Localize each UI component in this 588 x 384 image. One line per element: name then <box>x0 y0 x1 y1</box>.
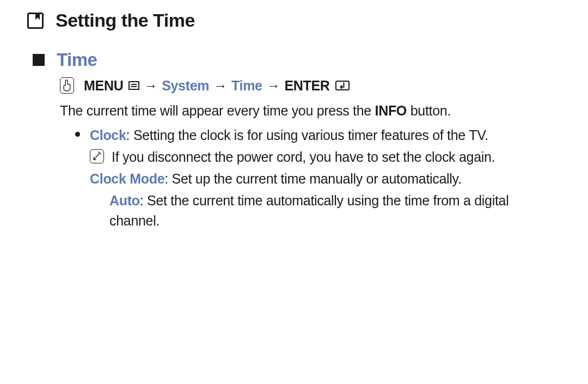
clock-auto-line: Auto: Set the current time automatically… <box>109 191 561 230</box>
clock-line: Clock: Setting the clock is for using va… <box>90 125 561 145</box>
arrow-icon: → <box>144 76 157 95</box>
section-heading: Time <box>57 50 97 70</box>
intro-pre: The current time will appear every time … <box>60 103 375 118</box>
note-icon <box>90 149 104 163</box>
intro-text: The current time will appear every time … <box>60 101 561 120</box>
page: Setting the Time Time MENU → System → Ti… <box>0 0 588 230</box>
page-heading: Setting the Time <box>56 10 195 31</box>
clock-item: Clock: Setting the clock is for using va… <box>75 125 561 230</box>
enter-icon <box>335 81 350 90</box>
page-heading-row: Setting the Time <box>27 10 561 31</box>
remote-icon <box>60 77 74 94</box>
intro-post: button. <box>407 103 451 118</box>
menu-icon <box>128 81 139 90</box>
section-heading-row: Time <box>33 50 561 70</box>
clock-mode-line: Clock Mode: Set up the current time manu… <box>90 169 561 188</box>
clock-desc: : Setting the clock is for using various… <box>126 127 488 143</box>
clock-mode-desc: : Set up the current time manually or au… <box>164 171 461 186</box>
enter-label: ENTER <box>284 76 329 95</box>
clock-auto-desc: : Set the current time automatically usi… <box>109 193 509 228</box>
clock-note-row: If you disconnect the power cord, you ha… <box>90 147 561 167</box>
square-bullet-icon <box>33 54 45 66</box>
menu-label: MENU <box>84 76 123 95</box>
bullet-icon <box>75 132 80 137</box>
bookmark-icon <box>27 13 44 29</box>
clock-body: Clock: Setting the clock is for using va… <box>90 125 561 230</box>
arrow-icon: → <box>213 76 227 95</box>
clock-mode-term: Clock Mode <box>90 171 164 186</box>
menu-path: MENU → System → Time → ENTER <box>60 76 561 95</box>
clock-term: Clock <box>90 127 126 143</box>
clock-auto-term: Auto <box>109 193 140 208</box>
intro-bold: INFO <box>375 103 407 118</box>
section-body: MENU → System → Time → ENTER The current… <box>60 76 561 230</box>
crumb-time: Time <box>231 76 262 95</box>
clock-note: If you disconnect the power cord, you ha… <box>112 147 561 167</box>
crumb-system: System <box>162 76 209 95</box>
arrow-icon: → <box>267 76 280 95</box>
